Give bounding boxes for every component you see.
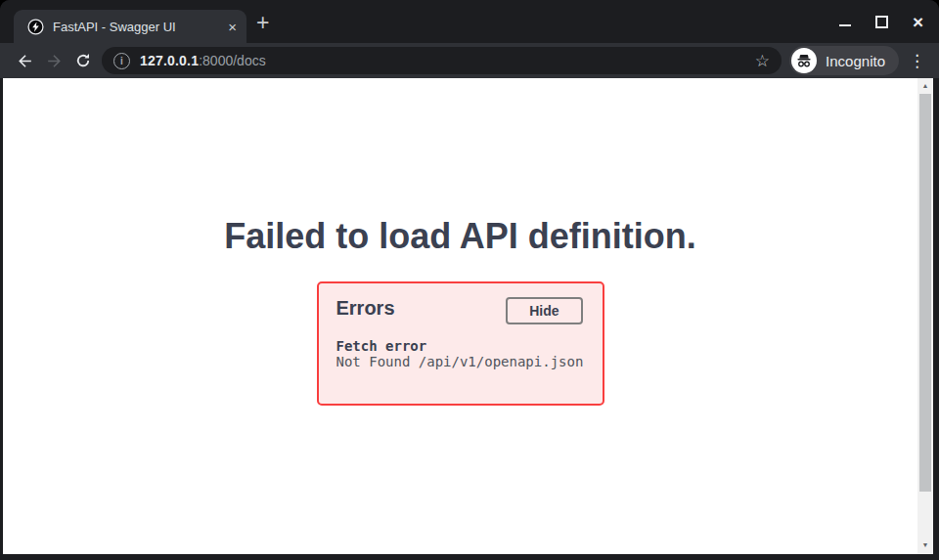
url-host: 127.0.0.1 <box>140 53 199 68</box>
page-content: Failed to load API definition. Errors Hi… <box>3 78 917 554</box>
scroll-up-icon[interactable]: ▲ <box>917 79 933 93</box>
browser-window: FastAPI - Swagger UI × + × i 127.0.0.1:8… <box>0 0 939 560</box>
errors-panel: Errors Hide Fetch error Not Found /api/v… <box>317 281 604 406</box>
tab-title: FastAPI - Swagger UI <box>53 20 220 34</box>
hide-errors-button[interactable]: Hide <box>506 297 582 324</box>
incognito-label: Incognito <box>826 53 885 69</box>
reload-icon <box>74 52 92 69</box>
fastapi-favicon-icon <box>27 19 44 35</box>
back-button[interactable] <box>10 46 39 75</box>
incognito-spy-icon <box>791 48 817 73</box>
bookmark-star-icon[interactable]: ☆ <box>755 53 770 69</box>
forward-arrow-icon <box>45 52 64 70</box>
maximize-button[interactable] <box>875 16 888 28</box>
new-tab-button[interactable]: + <box>256 11 269 34</box>
site-info-icon[interactable]: i <box>113 53 130 69</box>
browser-toolbar: i 127.0.0.1:8000/docs ☆ Incognito ⋮ <box>0 43 939 78</box>
tab-fastapi-swagger[interactable]: FastAPI - Swagger UI × <box>14 10 246 43</box>
url-path: :8000/docs <box>199 53 266 68</box>
window-controls: × <box>839 8 923 35</box>
scroll-down-icon[interactable]: ▼ <box>917 538 933 552</box>
scrollbar-thumb[interactable] <box>919 94 931 492</box>
incognito-badge: Incognito <box>789 46 899 75</box>
address-bar[interactable]: i 127.0.0.1:8000/docs ☆ <box>102 47 782 74</box>
error-item: Fetch error Not Found /api/v1/openapi.js… <box>336 338 584 369</box>
tab-strip: FastAPI - Swagger UI × + × <box>0 0 939 43</box>
reload-button[interactable] <box>68 46 98 75</box>
url-text: 127.0.0.1:8000/docs <box>140 53 266 68</box>
minimize-button[interactable] <box>839 24 851 26</box>
error-heading: Failed to load API definition. <box>3 217 917 256</box>
tab-close-button[interactable]: × <box>228 20 237 34</box>
window-close-button[interactable]: × <box>913 13 923 31</box>
vertical-scrollbar[interactable]: ▲ ▼ <box>917 78 933 554</box>
menu-button[interactable]: ⋮ <box>909 53 925 69</box>
forward-button[interactable] <box>39 46 68 75</box>
back-arrow-icon <box>16 52 34 70</box>
error-message: Not Found /api/v1/openapi.json <box>336 354 584 369</box>
errors-panel-title: Errors <box>336 297 395 320</box>
error-name: Fetch error <box>336 338 584 354</box>
